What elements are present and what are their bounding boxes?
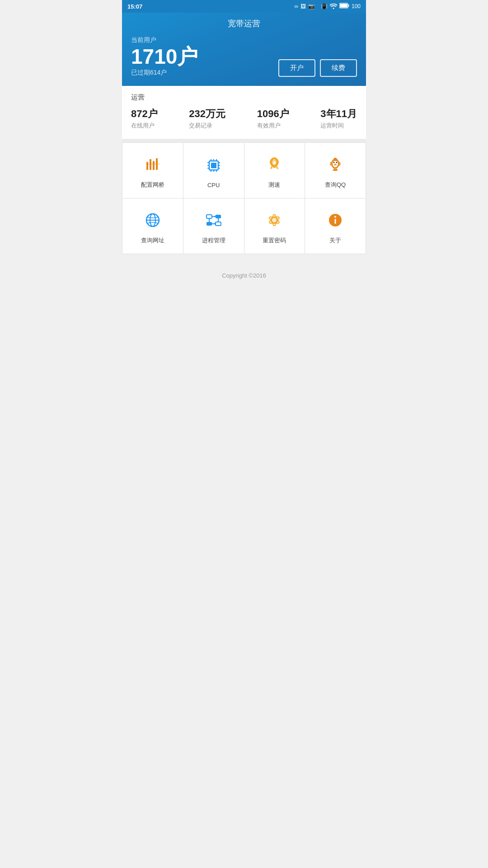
stat-online-value: 872户 (131, 108, 158, 120)
svg-point-22 (273, 161, 276, 164)
svg-rect-1 (340, 4, 347, 8)
svg-rect-41 (216, 222, 221, 226)
svg-rect-49 (335, 219, 336, 224)
battery-icon (339, 3, 349, 10)
open-account-button[interactable]: 开户 (278, 59, 315, 77)
image-icon: 🖼 (300, 3, 306, 9)
svg-point-26 (336, 162, 338, 163)
menu-label-cpu: CPU (207, 182, 220, 189)
stat-operation-time: 3年11月 运营时间 (320, 108, 357, 130)
menu-label-query-qq: 查询QQ (325, 181, 346, 189)
menu-label-speed-test: 测速 (268, 181, 280, 189)
info-icon (324, 209, 346, 231)
wifi-icon (330, 3, 337, 10)
header: 宽带运营 当前用户 1710户 已过期614户 开户 续费 (122, 13, 366, 86)
cpu-icon (203, 155, 225, 176)
svg-point-50 (334, 216, 336, 218)
menu-label-process-manager: 进程管理 (202, 236, 225, 245)
stat-valid-value: 1096户 (257, 108, 289, 120)
battery-level: 100 (352, 3, 361, 9)
renew-button[interactable]: 续费 (320, 59, 357, 77)
menu-item-process-manager[interactable]: 进程管理 (183, 198, 244, 254)
status-bar: 15:07 ∞ 🖼 📷 📳 100 (122, 0, 366, 13)
menu-grid: 配置网桥 CPU (122, 142, 366, 254)
stat-time-label: 运营时间 (320, 122, 357, 130)
svg-rect-5 (153, 161, 155, 170)
rocket-icon (263, 154, 285, 175)
earth-icon (142, 209, 164, 231)
svg-point-25 (333, 162, 335, 163)
menu-item-query-url[interactable]: 查询网址 (122, 198, 183, 254)
stat-valid-label: 有效用户 (257, 122, 289, 130)
stat-time-value: 3年11月 (320, 108, 357, 120)
stat-transactions-value: 232万元 (189, 108, 225, 120)
menu-label-configure-bridge: 配置网桥 (141, 181, 164, 189)
svg-point-27 (334, 164, 337, 165)
svg-rect-2 (348, 5, 349, 7)
svg-rect-9 (211, 163, 216, 168)
svg-rect-3 (146, 162, 148, 170)
svg-rect-34 (334, 158, 337, 160)
menu-label-reset-password: 重置密码 (263, 236, 286, 245)
photo-icon: 📷 (308, 3, 315, 9)
user-count-left: 1710户 已过期614户 (131, 46, 198, 77)
process-icon (203, 209, 225, 231)
stat-online-users: 872户 在线用户 (131, 108, 158, 130)
stat-transactions: 232万元 交易记录 (189, 108, 225, 130)
menu-label-query-url: 查询网址 (141, 236, 164, 245)
menu-item-configure-bridge[interactable]: 配置网桥 (122, 143, 183, 198)
menu-label-about: 关于 (329, 236, 341, 245)
stats-title: 运营 (131, 93, 357, 102)
user-count-big: 1710户 (131, 46, 198, 67)
section-divider (122, 139, 366, 142)
app-title: 宽带运营 (122, 13, 366, 36)
menu-item-speed-test[interactable]: 测速 (244, 143, 305, 198)
svg-rect-39 (216, 215, 221, 218)
status-icons: ∞ 🖼 📷 📳 100 (294, 3, 361, 10)
gear-icon (263, 209, 285, 231)
svg-point-32 (336, 170, 338, 170)
bridge-icon (142, 154, 164, 175)
stat-online-label: 在线用户 (131, 122, 158, 130)
vibrate-icon: 📳 (321, 3, 328, 9)
menu-item-cpu[interactable]: CPU (183, 143, 244, 198)
qq-icon (324, 154, 346, 175)
infinite-icon: ∞ (294, 3, 298, 9)
menu-item-query-qq[interactable]: 查询QQ (305, 143, 366, 198)
header-buttons: 开户 续费 (278, 59, 357, 77)
stats-section: 运营 872户 在线用户 232万元 交易记录 1096户 有效用户 3年11月… (122, 86, 366, 139)
copyright-text: Copyright ©2016 (222, 272, 266, 279)
footer: Copyright ©2016 (122, 254, 366, 288)
stat-transactions-label: 交易记录 (189, 122, 225, 130)
svg-rect-40 (206, 222, 212, 226)
svg-point-31 (333, 170, 334, 170)
user-count-row: 1710户 已过期614户 开户 续费 (122, 46, 366, 77)
current-user-label: 当前用户 (122, 36, 366, 44)
stats-grid: 872户 在线用户 232万元 交易记录 1096户 有效用户 3年11月 运营… (131, 108, 357, 130)
status-time: 15:07 (127, 3, 142, 10)
stat-valid-users: 1096户 有效用户 (257, 108, 289, 130)
menu-item-about[interactable]: 关于 (305, 198, 366, 254)
svg-rect-38 (206, 215, 212, 218)
user-expired: 已过期614户 (131, 69, 198, 77)
svg-rect-7 (146, 164, 160, 165)
menu-item-reset-password[interactable]: 重置密码 (244, 198, 305, 254)
